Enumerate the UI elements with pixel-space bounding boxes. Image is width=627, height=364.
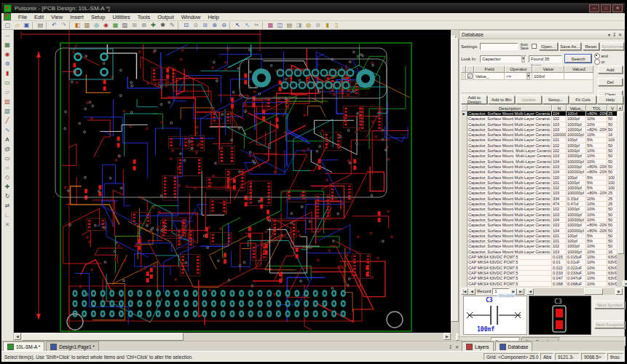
menu-window[interactable]: Window: [178, 14, 205, 20]
dock-tab-layers[interactable]: Layers: [462, 341, 494, 352]
table-row[interactable]: Capacitor, Surface Mount Multi-Layer Cer…: [461, 234, 618, 239]
component-tool-icon[interactable]: ▦: [2, 40, 13, 50]
table-row[interactable]: Capacitor, Surface Mount Multi-Layer Cer…: [461, 229, 618, 234]
print-icon[interactable]: ▤: [36, 20, 45, 30]
table-row[interactable]: Capacitor, Surface Mount Multi-Layer Cer…: [461, 197, 618, 202]
undo-icon[interactable]: ↶: [50, 20, 59, 30]
scroll-down-icon[interactable]: ▼: [623, 280, 627, 287]
synchronise-button[interactable]: Synchronise: [601, 42, 624, 50]
template-tool-icon[interactable]: ▧: [2, 106, 13, 116]
attribute-tool-icon[interactable]: @: [2, 144, 13, 154]
chevron-down-icon[interactable]: ▾: [527, 73, 530, 80]
table-row[interactable]: Capacitor, Surface Mount Multi-Layer Cer…: [461, 223, 618, 228]
menu-output[interactable]: Output: [154, 14, 178, 20]
move-tool-icon[interactable]: ✚: [2, 182, 13, 191]
table-row[interactable]: Capacitor, Surface Mount Multi-Layer Cer…: [461, 186, 618, 191]
redo-icon[interactable]: ↷: [59, 20, 68, 30]
table-row[interactable]: Capacitor, Surface Mount, Multi-Layer Ce…: [461, 154, 618, 159]
table-row[interactable]: Capacitor, Surface Mount Multi-Layer Cer…: [461, 191, 618, 196]
tools-icon[interactable]: ✚: [149, 20, 158, 30]
auto-hide-pin-icon[interactable]: ↧: [612, 32, 616, 37]
toolbar-icon[interactable]: [69, 22, 72, 29]
table-row[interactable]: CAP MKS4 63VDC PCM7.5 0.033 0.033uF 10% …: [461, 271, 618, 276]
properties-icon[interactable]: ▤: [285, 20, 294, 30]
zoom-out-icon[interactable]: ⊖: [219, 20, 229, 30]
first-record-button[interactable]: |◀: [461, 288, 468, 295]
dimension-tool-icon[interactable]: ↔: [2, 31, 13, 40]
table-row[interactable]: Capacitor, Surface Mount Multi-Layer Cer…: [461, 239, 618, 244]
table-row[interactable]: Capacitor, Surface Mount Multi-Layer Cer…: [461, 207, 618, 212]
reset-button[interactable]: Reset: [583, 42, 599, 50]
footprint-preview[interactable]: C3: [529, 296, 591, 335]
table-row[interactable]: Capacitor, Surface Mount, Multi-Layer Ce…: [461, 159, 618, 165]
doc-tab-design1-page1[interactable]: Design1:Page1 *: [46, 341, 99, 352]
dock-tab-database[interactable]: Database: [495, 341, 533, 352]
next-footprint-button[interactable]: Next Footprint: [594, 320, 625, 328]
add-criteria-button[interactable]: Add: [598, 66, 623, 74]
last-record-button[interactable]: ▶|: [517, 288, 524, 295]
table-row[interactable]: Capacitor, Surface Mount Multi-Layer Cer…: [461, 175, 618, 181]
highlight-icon[interactable]: ◍: [304, 20, 313, 30]
new-icon[interactable]: ▢: [3, 20, 12, 30]
connection-tool-icon[interactable]: ∿: [2, 125, 13, 135]
polygon-tool-icon[interactable]: ◇: [2, 173, 13, 182]
toolbar-icon[interactable]: [262, 22, 265, 29]
menu-edit[interactable]: Edit: [31, 14, 47, 20]
col-tol[interactable]: TOL: [586, 105, 607, 111]
colors-icon[interactable]: ▩: [266, 20, 275, 30]
table-row[interactable]: Capacitor, Surface Mount Multi-Layer Cer…: [461, 213, 618, 218]
zoom-previous-icon[interactable]: ⊙: [191, 20, 200, 30]
canvas-vscrollbar[interactable]: ▲ ▼: [451, 30, 459, 341]
table-row[interactable]: Capacitor, Surface Mount Multi-Layer Cer…: [461, 127, 618, 132]
snip-icon[interactable]: ✂: [252, 20, 261, 30]
scroll-left-icon[interactable]: ◀: [14, 333, 21, 340]
pad-tool-icon[interactable]: ◉: [2, 50, 13, 59]
chevron-down-icon[interactable]: ▾: [521, 55, 525, 63]
symbol-preview[interactable]: C3 100nf: [463, 296, 527, 335]
latch-icon[interactable]: ⊘: [313, 20, 323, 30]
scroll-up-icon[interactable]: ▲: [618, 105, 623, 111]
text-tool-icon[interactable]: A: [2, 135, 13, 144]
menu-utilities[interactable]: Utilities: [109, 14, 134, 20]
setup-button[interactable]: Setup...: [543, 95, 569, 104]
table-row[interactable]: Capacitor, Surface Mount Multi-Layer Cer…: [461, 202, 618, 207]
col-v[interactable]: V: [607, 105, 618, 111]
hscroll-thumb[interactable]: [22, 333, 184, 341]
menu-tools[interactable]: Tools: [134, 14, 154, 20]
pcb-canvas[interactable]: [14, 30, 451, 333]
criteria-header-value[interactable]: Value: [532, 66, 564, 73]
track-tool-icon[interactable]: ╱: [2, 116, 13, 125]
criteria-header-field[interactable]: Field: [474, 66, 505, 73]
table-row[interactable]: Capacitor, Surface Mount Multi-Layer Cer…: [461, 244, 618, 249]
scroll-right-icon[interactable]: ▶: [443, 333, 451, 340]
delete-tool-icon[interactable]: ✕: [2, 220, 13, 229]
add-to-design-button[interactable]: Add to Design: [461, 95, 487, 104]
pick-arrow-icon[interactable]: ↖: [242, 20, 252, 30]
next-symbol-button[interactable]: Next Symbol: [594, 301, 625, 309]
help-button[interactable]: Help: [597, 95, 623, 104]
canvas-hscrollbar[interactable]: ◀ ▶: [14, 333, 451, 341]
area-tool-icon[interactable]: ▱: [2, 87, 13, 97]
unlock-icon[interactable]: ▯: [332, 20, 342, 30]
toolbar-icon[interactable]: [32, 22, 35, 29]
cross-probe-icon[interactable]: ▨: [120, 20, 130, 30]
table-row[interactable]: Capacitor, Surface Mount Multi-Layer Cer…: [461, 116, 618, 122]
select-arrow-icon[interactable]: ↖: [233, 20, 242, 30]
table-row[interactable]: CAP MKS4 63VDC PCM7.5 0.015 0.015uF 10% …: [461, 255, 618, 260]
maximize-button[interactable]: □: [601, 4, 611, 12]
prev-record-button[interactable]: ◀: [468, 288, 476, 295]
fit-cols-button[interactable]: Fit Cols: [569, 95, 596, 104]
find-icon[interactable]: ◉: [101, 20, 111, 30]
criteria-header-operator[interactable]: Operator: [505, 66, 532, 73]
table-row[interactable]: ▶ Capacitor, Surface Mount Multi-Layer C…: [461, 111, 618, 116]
rectangle-tool-icon[interactable]: ▭: [2, 154, 13, 163]
menu-setup[interactable]: Setup: [87, 14, 109, 20]
table-row[interactable]: CAP MKS4 63VDC PCM7.5 0.047 0.047uF 10% …: [461, 276, 618, 281]
doc-tab-10l-sm-a[interactable]: 10L-SM-A *: [3, 341, 44, 352]
auto-hide-pin-icon[interactable]: ↧: [449, 344, 452, 349]
search-button[interactable]: Search: [565, 55, 591, 63]
table-scroll-left-icon[interactable]: ◀: [527, 288, 534, 295]
copper-tool-icon[interactable]: ▨: [2, 97, 13, 106]
open-button[interactable]: Open...: [539, 42, 558, 50]
edit-icon[interactable]: ✎: [167, 20, 177, 30]
